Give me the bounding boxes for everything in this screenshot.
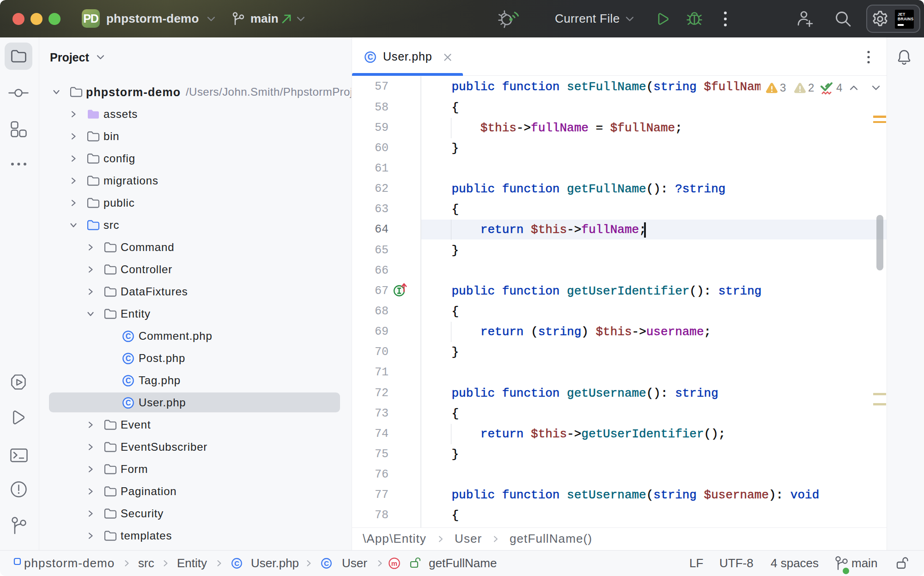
svg-text:C: C bbox=[324, 560, 329, 567]
svg-text:m: m bbox=[391, 559, 397, 567]
svg-text:C: C bbox=[126, 377, 131, 385]
svg-text:C: C bbox=[126, 399, 131, 407]
svg-text:C: C bbox=[368, 53, 373, 61]
svg-text:C: C bbox=[126, 355, 131, 362]
svg-text:C: C bbox=[234, 560, 239, 567]
svg-text:C: C bbox=[126, 332, 131, 340]
